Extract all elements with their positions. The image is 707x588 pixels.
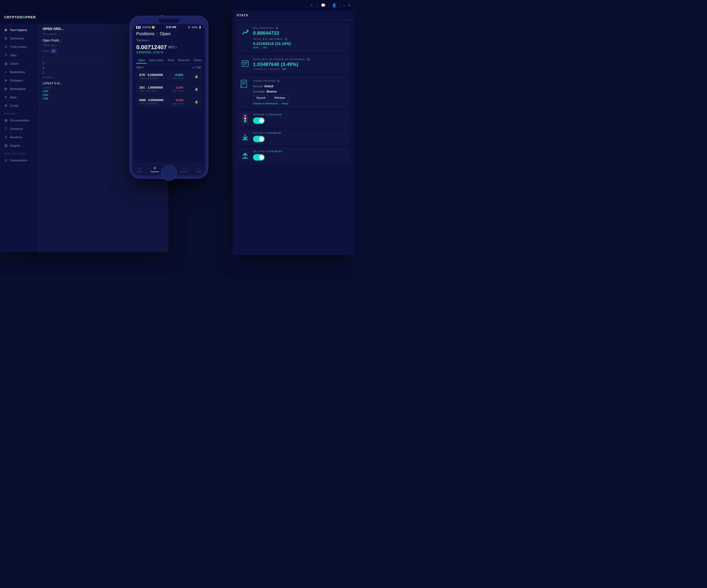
sidebar-item-config[interactable]: ⚙ Config › [0,101,39,110]
phone-notch [158,19,179,23]
filter-button[interactable]: ⚌ Filter [192,66,201,69]
sidebar-item-questions[interactable]: ? Questions [0,124,39,133]
chevron-down-icon: ▾ [175,45,177,49]
total-btc-content: TOTAL BTC IN ASSETS ON EXCHANGE: i 1.034… [253,58,346,70]
total-btc-card: TOTAL BTC IN ASSETS ON EXCHANGE: i 1.034… [237,54,349,74]
pos-symbol: BNB · 3.00000000 [139,99,163,102]
hopper-toggle-switch[interactable] [253,117,265,124]
tab-history[interactable]: History [192,58,204,64]
pos-change: -0.25% Age: 8 min [172,99,183,105]
sidebar-item-apps[interactable]: ✦ Apps [0,93,39,101]
position-item-bnb[interactable]: BNB · 3.00000000 Cost: 0.00696000 -0.25%… [136,96,201,107]
buying-toggle-content: BUYING IS ENABLED [253,132,346,142]
battery-icon: 🔋 [199,26,201,29]
nav-item-more[interactable]: ··· More [196,166,201,173]
sidebar-label: Charts [10,62,19,65]
sidebar-item-documentation[interactable]: ▤ Documentation [0,116,39,124]
btc-invested-card: BTC INVESTED: i 0.88644722 TOTAL BTC RET… [237,24,349,52]
phone-device: ▌▌▌ HOPPIE 📶 9:41 AM ⚡ 100% 🔋 Positions … [129,16,208,179]
show-label: Show [43,50,49,52]
marketplace-icon: ⊞ [4,87,8,90]
date-filter[interactable]: Date ▾ [136,66,144,69]
deposit-button[interactable]: Deposit [253,95,269,101]
chat-icon[interactable]: 💬 [321,3,325,7]
selling-toggle-switch[interactable] [253,154,265,160]
btc-invested-label: BTC INVESTED: i [253,27,346,30]
sidebar: ⊞ Your hoppers ⊟ Dashboard ⊙ Trade histo… [0,24,39,252]
pos-change-value: -0.24% [175,86,183,89]
sidebar-item-marketplace[interactable]: ⊞ Marketplace [0,84,39,93]
account-row: Account: Default [253,83,346,88]
sidebar-item-subscriptions[interactable]: ⊙ Subscriptions [0,156,39,164]
close-button[interactable]: × [348,3,350,7]
position-list: ETH · 0.25000000 Cost: 0.00530500 +0.08%… [136,71,201,163]
separator: | [279,102,280,105]
sidebar-item-support[interactable]: ▤ Support [0,141,39,150]
total-returns-value: 0.23160018 (23.16%) [253,41,346,46]
reset-link[interactable]: reset [253,46,258,49]
row-data [49,71,106,74]
tab-short[interactable]: Short [166,58,176,64]
nav-label: Positions [150,171,159,173]
sidebar-item-trade-history[interactable]: ⊙ Trade history [0,43,39,51]
charts-icon: ▤ [4,62,8,65]
user-icon[interactable]: 👤 [332,3,336,7]
bluetooth-icon: ⚡ [188,26,191,29]
hopper-name[interactable]: Tapoleon › [136,39,201,42]
show-button[interactable]: 5 [51,49,57,53]
col-info: I... [49,57,106,59]
position-item-zec[interactable]: ZEC · 1.00000000 Cost: 0.0417800 -0.24% … [136,83,201,95]
minimize-button[interactable]: – [343,3,345,7]
tab-open[interactable]: Open [136,58,147,64]
title-separator: | [157,31,158,37]
position-item-eth[interactable]: ETH · 0.25000000 Cost: 0.00530500 +0.08%… [136,71,201,82]
tab-reserved[interactable]: Reserved [176,58,192,64]
config-icon: ⚙ [4,104,8,107]
phone-screen: ▌▌▌ HOPPIE 📶 9:41 AM ⚡ 100% 🔋 Positions … [133,24,205,176]
buying-enabled-card: BUYING IS ENABLED [237,129,349,145]
nav-item-positions[interactable]: ≡ Positions [150,166,159,173]
edit-link[interactable]: edit [282,68,286,70]
sidebar-label: Dashboard [10,37,24,40]
sidebar-item-charts[interactable]: ▤ Charts [0,60,39,68]
buying-toggle-switch[interactable] [253,136,265,142]
sidebar-item-strategies[interactable]: ⊗ Strategies [0,76,39,84]
sidebar-item-stats[interactable]: ↗ Stats [0,51,39,60]
deposits-withdrawals-link[interactable]: Deposits & Withdrawals [253,102,278,105]
withdraw-button[interactable]: Withdraw [271,95,289,101]
pos-change-value: -0.25% [175,99,183,102]
sidebar-label: Strategies [10,79,23,82]
trend-up-icon [240,28,250,37]
status-right: ⚡ 100% 🔋 [188,26,201,29]
more-nav-icon: ··· [197,166,200,170]
user-settings-section-label: USER SETTINGS [0,150,39,156]
nav-item-home[interactable]: ⌂ Home [137,166,142,173]
pos-info-left: BNB · 3.00000000 Cost: 0.00696000 [139,99,163,105]
svg-point-9 [244,115,246,117]
info-link[interactable]: info [263,46,267,49]
tab-open-orders[interactable]: Open orders [147,58,166,64]
phone-balance: 0.00712407 BTC ▾ 0.00020351 +3.56 % [136,44,201,57]
hopper-enabled-card: HOPPER IS ENABLED [237,111,349,126]
stats-body: BTC INVESTED: i 0.88644722 TOTAL BTC RET… [233,20,354,250]
nav-item-hoppers[interactable]: ○ Hoppers [180,166,188,173]
phone-status-bar: ▌▌▌ HOPPIE 📶 9:41 AM ⚡ 100% 🔋 [133,24,205,29]
sidebar-item-academy[interactable]: ⊙ Academy [0,133,39,141]
moon-icon[interactable]: ☾ [311,3,314,7]
trade-history-icon: ⊙ [4,45,8,48]
stats-icon: ↗ [4,53,8,57]
exchange-icon [240,59,250,68]
phone-home-button[interactable] [161,165,177,181]
exchange-row: Exchange: Binance [253,89,346,94]
positions-icon: ≡ [154,166,156,170]
pos-symbol: ETH · 0.25000000 [139,73,163,76]
phone-page-title: Positions | Open [136,31,201,37]
sidebar-item-backtesting[interactable]: ✓ Backtesting [0,68,39,76]
reset-link[interactable]: Reset [282,102,288,105]
sidebar-item-your-hoppers[interactable]: ⊞ Your hoppers [0,26,39,34]
sidebar-item-dashboard[interactable]: ⊟ Dashboard [0,34,39,43]
pos-cost: Cost: 0.00530500 [139,77,163,80]
sidebar-label: Config [10,104,19,107]
nav-label: Hoppers [180,171,188,173]
documentation-icon: ▤ [4,118,8,122]
